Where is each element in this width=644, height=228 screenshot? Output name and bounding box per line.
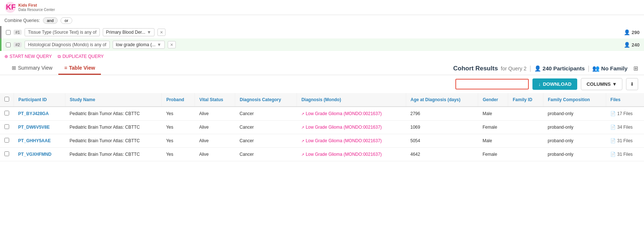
cell-gender: Male <box>478 134 508 148</box>
logo-sub-text: Data Resource Center <box>18 8 55 12</box>
col-age-diagnosis: Age at Diagnosis (days) <box>406 93 478 107</box>
external-link-icon: ↗ <box>301 125 304 129</box>
row-checkbox-1[interactable] <box>4 124 9 129</box>
cell-vital-status: Alive <box>195 107 235 121</box>
query-1-id: #1 <box>14 30 22 35</box>
diagnosis-mondo-link[interactable]: ↗ Low Grade Glioma (MONDO:0021637) <box>301 111 401 116</box>
row-checkbox-2[interactable] <box>4 138 9 143</box>
cell-family-composition: proband-only <box>543 148 606 161</box>
query-2-label: Histological Diagnosis (Mondo) is any of <box>25 41 109 49</box>
cohort-participants-count: 240 Participants <box>543 65 585 71</box>
tab-table-label: Table View <box>69 65 95 71</box>
duplicate-query-link[interactable]: ⧉ DUPLICATE QUERY <box>58 54 103 59</box>
table-container: Participant ID Study Name Proband Vital … <box>0 93 644 161</box>
participants-icon-1: 👤 <box>624 29 630 35</box>
files-link[interactable]: 📄 31 Files <box>610 152 640 157</box>
files-link[interactable]: 📄 34 Files <box>610 125 640 130</box>
cohort-participants: 👤 240 Participants <box>534 65 585 72</box>
cell-proband: Yes <box>162 148 195 161</box>
svg-text:KF: KF <box>6 3 16 11</box>
row-checkbox-0[interactable] <box>4 111 9 115</box>
tab-table-view[interactable]: ≡ Table View <box>58 62 101 75</box>
download-icon: ↓ <box>538 81 541 87</box>
query-2-close-button[interactable]: × <box>168 41 176 48</box>
table-controls: ↓ DOWNLOAD COLUMNS ▼ ⬇ <box>0 75 644 93</box>
files-link[interactable]: 📄 17 Files <box>610 111 640 116</box>
cell-participant-id: PT_DW6V5V8E <box>14 121 65 134</box>
cell-diagnosis-mondo: ↗ Low Grade Glioma (MONDO:0021637) <box>297 134 406 148</box>
participant-id-link[interactable]: PT_BYJ428GA <box>18 111 49 116</box>
participants-icon-2: 👤 <box>624 42 630 48</box>
col-participant-id: Participant ID <box>14 93 65 107</box>
table-header: Participant ID Study Name Proband Vital … <box>0 93 644 107</box>
cell-vital-status: Alive <box>195 134 235 148</box>
row-checkbox-cell[interactable] <box>0 134 14 148</box>
participant-id-link[interactable]: PT_DW6V5V8E <box>18 125 50 130</box>
cell-diagnosis-category: Cancer <box>235 121 297 134</box>
query-1-value[interactable]: Primary Blood Der... ▼ <box>103 28 154 36</box>
plus-icon: ⊕ <box>4 54 8 59</box>
combine-or-button[interactable]: or <box>61 17 72 24</box>
cell-family-composition: proband-only <box>543 107 606 121</box>
download-label: DOWNLOAD <box>543 81 571 87</box>
download-button[interactable]: ↓ DOWNLOAD <box>532 78 578 90</box>
table-row: PT_VGXHFMND Pediatric Brain Tumor Atlas:… <box>0 148 644 161</box>
query-1-checkbox[interactable] <box>6 30 11 35</box>
cohort-header: Cohort Results for Query 2 | 👤 240 Parti… <box>453 65 638 72</box>
query-2-checkbox[interactable] <box>6 43 11 47</box>
columns-icon-header: ⊞ <box>633 65 638 72</box>
cell-study-name: Pediatric Brain Tumor Atlas: CBTTC <box>65 148 162 161</box>
row-checkbox-3[interactable] <box>4 151 9 156</box>
logo-icon: KF <box>4 1 16 13</box>
col-proband: Proband <box>162 93 195 107</box>
cell-diagnosis-category: Cancer <box>235 134 297 148</box>
columns-button[interactable]: COLUMNS ▼ <box>581 78 622 90</box>
query-1-label: Tissue Type (Source Text) is any of <box>25 28 100 36</box>
cell-family-id <box>508 121 543 134</box>
cohort-title: Cohort Results <box>453 65 498 72</box>
row-checkbox-cell[interactable] <box>0 107 14 121</box>
diagnosis-mondo-link[interactable]: ↗ Low Grade Glioma (MONDO:0021637) <box>301 138 401 143</box>
row-checkbox-cell[interactable] <box>0 148 14 161</box>
query-2-count-value: 240 <box>632 42 640 48</box>
table-row: PT_DW6V5V8E Pediatric Brain Tumor Atlas:… <box>0 121 644 134</box>
diagnosis-mondo-link[interactable]: ↗ Low Grade Glioma (MONDO:0021637) <box>301 125 401 130</box>
combine-and-button[interactable]: and <box>43 17 58 24</box>
col-diagnosis-category: Diagnosis Category <box>235 93 297 107</box>
cell-diagnosis-category: Cancer <box>235 148 297 161</box>
export-button[interactable]: ⬇ <box>626 78 638 90</box>
columns-label: COLUMNS <box>586 81 611 87</box>
select-all-header[interactable] <box>0 93 14 107</box>
query-2-id: #2 <box>14 42 22 47</box>
cell-study-name: Pediatric Brain Tumor Atlas: CBTTC <box>65 107 162 121</box>
files-link[interactable]: 📄 31 Files <box>610 138 640 143</box>
participant-id-link[interactable]: PT_VGXHFMND <box>18 152 52 157</box>
cell-family-id <box>508 134 543 148</box>
cell-participant-id: PT_GHHY5AAE <box>14 134 65 148</box>
table-row: PT_GHHY5AAE Pediatric Brain Tumor Atlas:… <box>0 134 644 148</box>
table-row: PT_BYJ428GA Pediatric Brain Tumor Atlas:… <box>0 107 644 121</box>
data-table: Participant ID Study Name Proband Vital … <box>0 93 644 161</box>
query-row-1: #1 Tissue Type (Source Text) is any of P… <box>0 26 644 38</box>
participant-id-link[interactable]: PT_GHHY5AAE <box>18 138 51 143</box>
cell-diagnosis-mondo: ↗ Low Grade Glioma (MONDO:0021637) <box>297 148 406 161</box>
divider-1: | <box>530 65 531 72</box>
query-2-value[interactable]: low grade glioma (... ▼ <box>113 41 165 49</box>
tab-summary-view[interactable]: ⊞ Summary View <box>6 62 58 75</box>
cell-study-name: Pediatric Brain Tumor Atlas: CBTTC <box>65 134 162 148</box>
top-bar: KF Kids First Data Resource Center <box>0 0 644 15</box>
cell-files: 📄 17 Files <box>606 107 644 121</box>
row-checkbox-cell[interactable] <box>0 121 14 134</box>
query-1-close-button[interactable]: × <box>157 29 165 36</box>
cell-family-composition: proband-only <box>543 121 606 134</box>
cell-family-composition: proband-only <box>543 134 606 148</box>
diagnosis-mondo-link[interactable]: ↗ Low Grade Glioma (MONDO:0021637) <box>301 152 401 157</box>
cohort-no-family: 👥 No Family <box>592 65 627 72</box>
cell-age-diagnosis: 4642 <box>406 148 478 161</box>
start-new-query-link[interactable]: ⊕ START NEW QUERY <box>4 54 52 59</box>
external-link-icon: ↗ <box>301 112 304 116</box>
select-all-checkbox[interactable] <box>4 97 9 102</box>
col-family-id: Family ID <box>508 93 543 107</box>
cell-files: 📄 31 Files <box>606 134 644 148</box>
search-input[interactable] <box>455 79 529 89</box>
